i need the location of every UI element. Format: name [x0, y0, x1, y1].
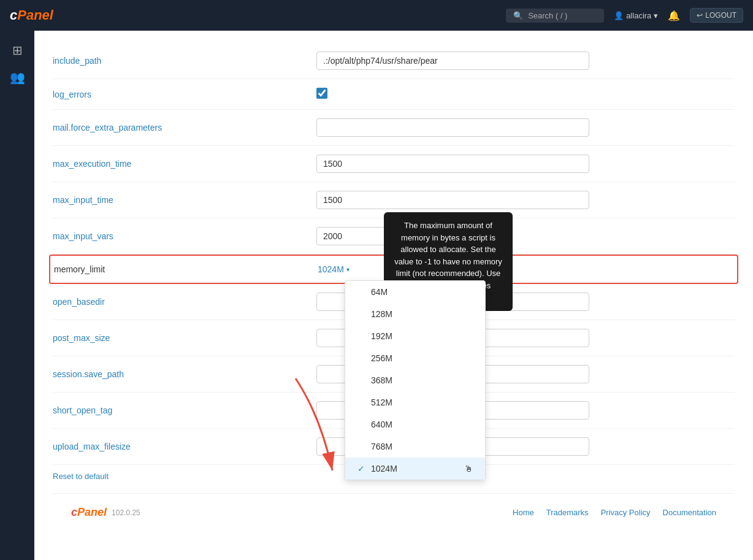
username: allacira: [626, 11, 651, 20]
cursor-icon: 🖱: [464, 464, 473, 474]
option-label: 192M: [371, 331, 392, 341]
logout-icon: ↩: [697, 11, 703, 20]
input-mail-force[interactable]: [316, 118, 589, 137]
user-icon: 👤: [614, 11, 624, 20]
dropdown-option-64m[interactable]: 64M: [345, 281, 485, 303]
input-max-input-time[interactable]: [316, 191, 589, 209]
setting-row-max-execution: max_execution_time: [53, 146, 735, 182]
option-label: 368M: [371, 375, 392, 385]
option-label: 768M: [371, 442, 392, 451]
value-max-input-time: [316, 191, 735, 209]
label-include-path: include_path: [53, 56, 316, 66]
label-session-save-path: session.save_path: [53, 369, 316, 379]
label-open-basedir: open_basedir: [53, 297, 316, 307]
option-label: 64M: [371, 287, 388, 297]
option-label: 256M: [371, 353, 392, 363]
chevron-down-icon: ▾: [654, 11, 658, 20]
footer-link-home[interactable]: Home: [513, 508, 534, 517]
logout-label: LOGOUT: [705, 11, 736, 20]
option-label: 1024M: [371, 464, 397, 474]
dropdown-option-1024m[interactable]: ✓ 1024M 🖱: [345, 458, 485, 480]
layout: ⊞ 👥 include_path log_errors mail.force_e…: [0, 31, 753, 560]
user-menu[interactable]: 👤 allacira ▾: [614, 11, 658, 20]
label-memory-limit: memory_limit: [54, 264, 318, 274]
memory-limit-dropdown: 64M 128M 192M 256M 368M: [345, 280, 486, 480]
sidebar-users-icon[interactable]: 👥: [10, 70, 25, 85]
setting-row-max-input-vars: max_input_vars The maximum amount of mem…: [53, 218, 735, 255]
logout-button[interactable]: ↩ LOGOUT: [690, 8, 743, 23]
footer-cpanel-logo: cPanel: [71, 506, 107, 519]
dropdown-option-768m[interactable]: 768M: [345, 435, 485, 458]
memory-limit-dropdown-trigger[interactable]: 1024M ▾: [318, 264, 733, 274]
value-include-path: [316, 52, 735, 70]
footer-version: 102.0.25: [112, 508, 140, 517]
setting-row-include-path: include_path: [53, 43, 735, 79]
notifications-bell[interactable]: 🔔: [668, 10, 680, 21]
option-label: 640M: [371, 420, 392, 429]
value-mail-force: [316, 118, 735, 137]
value-memory-limit: 1024M ▾: [318, 264, 733, 274]
checkbox-log-errors[interactable]: [316, 88, 327, 99]
reset-to-default-link[interactable]: Reset to default: [53, 472, 109, 481]
chevron-down-icon: ▾: [346, 266, 350, 273]
footer-link-trademarks[interactable]: Trademarks: [546, 508, 589, 517]
setting-row-log-errors: log_errors: [53, 79, 735, 110]
option-label: 128M: [371, 309, 392, 319]
label-log-errors: log_errors: [53, 90, 316, 99]
label-short-open-tag: short_open_tag: [53, 405, 316, 415]
search-bar[interactable]: 🔍 Search ( / ): [506, 9, 604, 23]
check-icon: ✓: [357, 464, 366, 474]
value-max-execution: [316, 155, 735, 173]
label-max-input-vars: max_input_vars: [53, 231, 316, 241]
label-mail-force: mail.force_extra_parameters: [53, 123, 316, 132]
dropdown-option-192m[interactable]: 192M: [345, 325, 485, 347]
navbar-brand: cPanel: [10, 7, 53, 23]
search-icon: 🔍: [513, 11, 523, 20]
footer: cPanel 102.0.25 Home Trademarks Privacy …: [53, 493, 735, 531]
input-max-execution[interactable]: [316, 155, 589, 173]
option-label: 512M: [371, 397, 392, 407]
dropdown-option-128m[interactable]: 128M: [345, 303, 485, 325]
sidebar-grid-icon[interactable]: ⊞: [12, 43, 23, 58]
navbar-right: 🔍 Search ( / ) 👤 allacira ▾ 🔔 ↩ LOGOUT: [506, 8, 743, 23]
dropdown-option-368m[interactable]: 368M: [345, 369, 485, 391]
footer-links: Home Trademarks Privacy Policy Documenta…: [513, 508, 716, 517]
sidebar: ⊞ 👥: [0, 31, 34, 560]
dropdown-option-256m[interactable]: 256M: [345, 347, 485, 369]
value-max-input-vars: [316, 227, 735, 245]
footer-link-privacy[interactable]: Privacy Policy: [601, 508, 651, 517]
value-log-errors: [316, 88, 735, 101]
dropdown-option-640m[interactable]: 640M: [345, 413, 485, 435]
memory-limit-current: 1024M: [318, 264, 344, 274]
input-include-path[interactable]: [316, 52, 589, 70]
footer-logo: cPanel 102.0.25: [71, 506, 140, 519]
search-placeholder: Search ( / ): [528, 11, 567, 20]
label-upload-max-filesize: upload_max_filesize: [53, 442, 316, 451]
dropdown-option-512m[interactable]: 512M: [345, 391, 485, 413]
label-post-max-size: post_max_size: [53, 333, 316, 343]
label-max-input-time: max_input_time: [53, 195, 316, 205]
footer-link-documentation[interactable]: Documentation: [663, 508, 716, 517]
setting-row-mail-force: mail.force_extra_parameters: [53, 110, 735, 146]
main-content: include_path log_errors mail.force_extra…: [34, 31, 753, 560]
label-max-execution: max_execution_time: [53, 159, 316, 169]
navbar: cPanel 🔍 Search ( / ) 👤 allacira ▾ 🔔 ↩ L…: [0, 0, 753, 31]
